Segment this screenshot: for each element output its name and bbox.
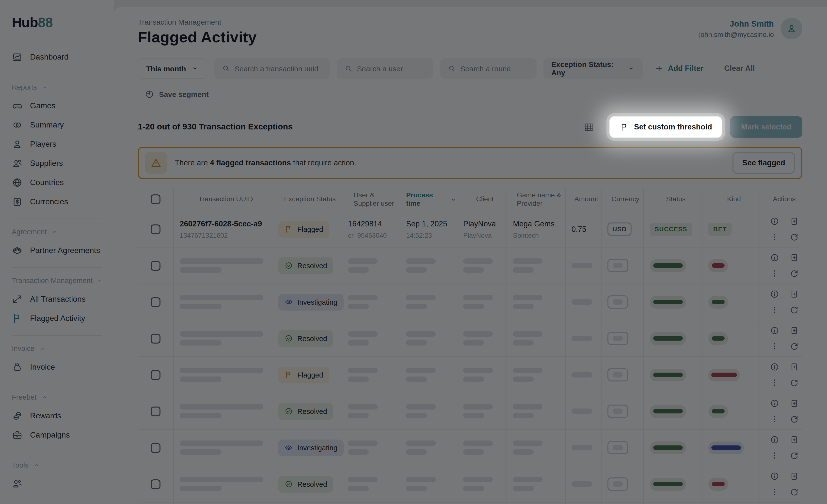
flag-icon [620,122,629,132]
set-custom-threshold-label: Set custom threshold [634,122,712,132]
set-custom-threshold-button[interactable]: Set custom threshold [610,116,722,138]
app-window: Hub88 DashboardReportsGamesSummaryPlayer… [0,0,827,504]
screen: Hub88 DashboardReportsGamesSummaryPlayer… [0,0,827,504]
dim-overlay [0,0,827,504]
